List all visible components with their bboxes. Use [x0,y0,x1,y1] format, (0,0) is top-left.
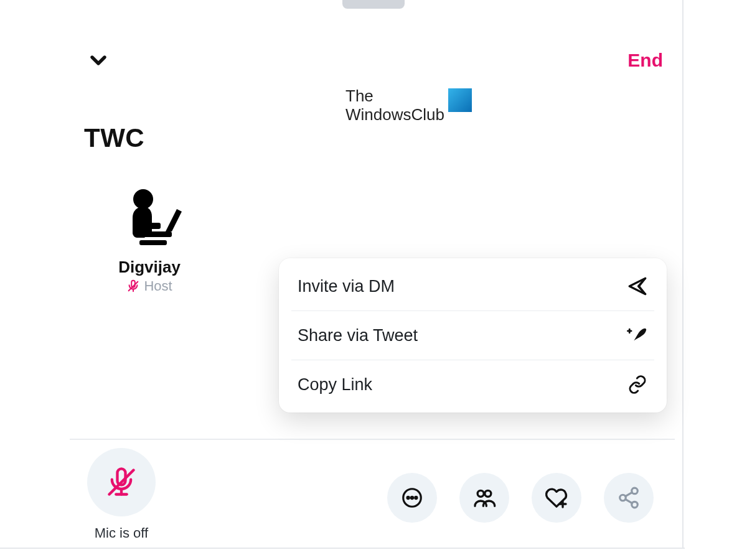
action-icons [387,473,660,523]
participant-card[interactable]: Digvijay Host [93,187,205,294]
minimize-button[interactable] [84,46,113,75]
menu-item-label: Copy Link [298,375,372,394]
svg-point-10 [407,497,409,498]
person-laptop-icon [112,187,187,255]
bottom-toolbar: Mic is off [87,454,660,535]
mic-off-icon [105,466,138,498]
mic-cluster: Mic is off [87,448,156,541]
share-button[interactable] [604,473,654,523]
top-bar: End [84,46,663,75]
windowsclub-logo-icon [448,88,472,112]
end-button[interactable]: End [627,50,663,71]
avatar [112,187,187,255]
react-button[interactable] [532,473,581,523]
svg-point-13 [477,490,484,497]
people-icon [472,485,497,510]
share-menu: Invite via DM Share via Tweet Copy Link [279,258,667,413]
watermark: The WindowsClub [345,87,472,124]
svg-point-12 [415,497,417,498]
space-title: TWC [84,123,144,153]
svg-rect-2 [139,223,161,229]
sheet-grabber[interactable] [342,0,405,9]
panel-bottom-border [0,548,685,549]
participant-role-row: Host [126,278,172,294]
svg-line-20 [626,492,632,496]
link-icon [627,374,648,395]
share-menu-share-tweet[interactable]: Share via Tweet [291,310,654,360]
svg-point-11 [411,497,413,498]
chevron-down-icon [86,48,111,73]
menu-item-label: Invite via DM [298,277,395,296]
participant-role: Host [144,278,172,294]
ellipsis-icon [400,486,424,510]
mic-toggle-button[interactable] [87,448,156,516]
participant-name: Digvijay [118,258,181,277]
mic-status-label: Mic is off [95,525,148,541]
more-options-button[interactable] [387,473,437,523]
svg-point-0 [133,189,153,209]
panel-right-border [682,0,684,548]
compose-tweet-icon [627,325,648,346]
share-menu-invite-dm[interactable]: Invite via DM [291,262,654,310]
svg-point-14 [485,490,491,497]
divider [70,439,675,440]
svg-line-21 [626,499,632,503]
menu-item-label: Share via Tweet [298,326,418,345]
heart-plus-icon [544,485,569,510]
send-icon [627,276,648,297]
svg-rect-1 [142,231,172,237]
mic-muted-icon [126,279,140,293]
watermark-line2: WindowsClub [345,105,444,124]
watermark-line1: The [345,86,374,105]
share-menu-copy-link[interactable]: Copy Link [291,360,654,409]
watermark-text: The WindowsClub [345,87,444,124]
people-button[interactable] [459,473,509,523]
svg-rect-3 [139,240,167,245]
share-icon [617,486,641,510]
